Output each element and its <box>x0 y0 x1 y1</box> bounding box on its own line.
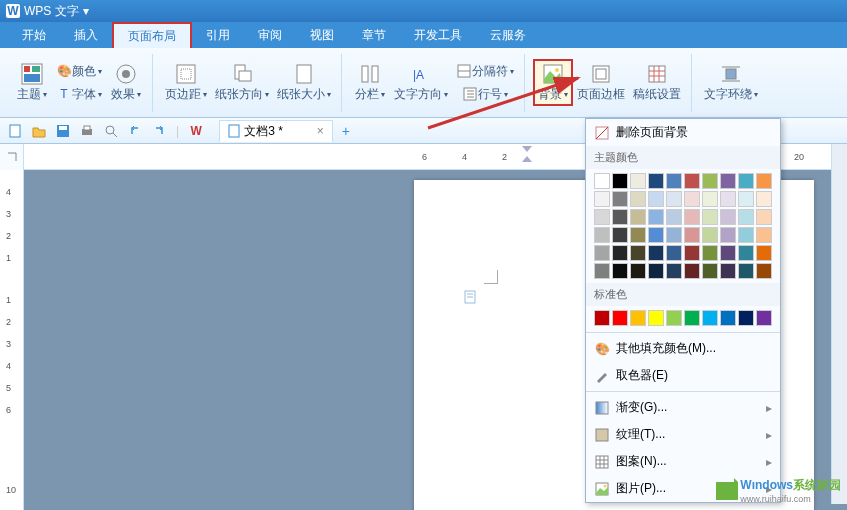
color-swatch[interactable] <box>720 310 736 326</box>
color-swatch[interactable] <box>684 263 700 279</box>
color-swatch[interactable] <box>612 191 628 207</box>
color-swatch[interactable] <box>756 245 772 261</box>
color-swatch[interactable] <box>630 191 646 207</box>
tab-devtools[interactable]: 开发工具 <box>400 22 476 48</box>
color-swatch[interactable] <box>756 310 772 326</box>
color-swatch[interactable] <box>702 310 718 326</box>
color-swatch[interactable] <box>720 209 736 225</box>
columns-button[interactable]: 分栏▾ <box>350 60 390 105</box>
eyedropper-item[interactable]: 取色器(E) <box>586 362 780 389</box>
color-swatch[interactable] <box>738 245 754 261</box>
color-swatch[interactable] <box>630 310 646 326</box>
color-swatch[interactable] <box>756 191 772 207</box>
color-swatch[interactable] <box>738 310 754 326</box>
remove-background-item[interactable]: 删除页面背景 <box>586 119 780 146</box>
color-swatch[interactable] <box>648 227 664 243</box>
color-swatch[interactable] <box>648 263 664 279</box>
vertical-ruler[interactable]: 4 3 2 1 1 2 3 4 5 6 10 <box>0 170 24 510</box>
color-swatch[interactable] <box>594 263 610 279</box>
theme-button[interactable]: 主题▾ <box>12 60 52 105</box>
color-swatch[interactable] <box>684 245 700 261</box>
margin-button[interactable]: 页边距▾ <box>161 60 211 105</box>
tab-section[interactable]: 章节 <box>348 22 400 48</box>
print-preview-button[interactable] <box>100 121 122 141</box>
texture-item[interactable]: 纹理(T)...▸ <box>586 421 780 448</box>
color-swatch[interactable] <box>594 245 610 261</box>
color-swatch[interactable] <box>594 310 610 326</box>
color-swatch[interactable] <box>648 209 664 225</box>
close-tab-button[interactable]: × <box>317 124 324 138</box>
color-swatch[interactable] <box>666 245 682 261</box>
color-swatch[interactable] <box>684 191 700 207</box>
app-menu-dropdown[interactable]: ▾ <box>83 4 89 18</box>
color-swatch[interactable] <box>756 173 772 189</box>
color-swatch[interactable] <box>684 173 700 189</box>
undo-button[interactable] <box>124 121 146 141</box>
color-swatch[interactable] <box>738 191 754 207</box>
color-swatch[interactable] <box>738 209 754 225</box>
pattern-item[interactable]: 图案(N)...▸ <box>586 448 780 475</box>
manuscript-button[interactable]: 稿纸设置 <box>629 60 685 105</box>
color-button[interactable]: 🎨颜色▾ <box>52 61 106 82</box>
save-button[interactable] <box>52 121 74 141</box>
color-swatch[interactable] <box>702 245 718 261</box>
line-number-button[interactable]: 行号▾ <box>452 84 518 105</box>
color-swatch[interactable] <box>756 263 772 279</box>
vertical-scrollbar[interactable] <box>831 144 847 504</box>
color-swatch[interactable] <box>630 227 646 243</box>
color-swatch[interactable] <box>612 263 628 279</box>
color-swatch[interactable] <box>612 209 628 225</box>
color-swatch[interactable] <box>684 227 700 243</box>
tab-review[interactable]: 审阅 <box>244 22 296 48</box>
more-fill-colors-item[interactable]: 🎨其他填充颜色(M)... <box>586 335 780 362</box>
color-swatch[interactable] <box>594 191 610 207</box>
gradient-item[interactable]: 渐变(G)...▸ <box>586 394 780 421</box>
color-swatch[interactable] <box>702 209 718 225</box>
color-swatch[interactable] <box>720 245 736 261</box>
color-swatch[interactable] <box>720 227 736 243</box>
font-button[interactable]: T字体▾ <box>52 84 106 105</box>
color-swatch[interactable] <box>666 310 682 326</box>
redo-button[interactable] <box>148 121 170 141</box>
color-swatch[interactable] <box>630 245 646 261</box>
color-swatch[interactable] <box>666 173 682 189</box>
color-swatch[interactable] <box>684 310 700 326</box>
color-swatch[interactable] <box>702 191 718 207</box>
color-swatch[interactable] <box>666 191 682 207</box>
tab-page-layout[interactable]: 页面布局 <box>112 22 192 48</box>
color-swatch[interactable] <box>738 173 754 189</box>
color-swatch[interactable] <box>594 173 610 189</box>
color-swatch[interactable] <box>594 227 610 243</box>
color-swatch[interactable] <box>702 263 718 279</box>
color-swatch[interactable] <box>630 209 646 225</box>
tab-view[interactable]: 视图 <box>296 22 348 48</box>
color-swatch[interactable] <box>612 310 628 326</box>
background-button[interactable]: 背景▾ <box>533 59 573 106</box>
color-swatch[interactable] <box>738 263 754 279</box>
color-swatch[interactable] <box>648 191 664 207</box>
document-tab[interactable]: 文档3 * × <box>219 120 333 142</box>
color-swatch[interactable] <box>594 209 610 225</box>
effect-button[interactable]: 效果▾ <box>106 60 146 105</box>
color-swatch[interactable] <box>630 173 646 189</box>
color-swatch[interactable] <box>666 227 682 243</box>
page-border-button[interactable]: 页面边框 <box>573 60 629 105</box>
color-swatch[interactable] <box>720 191 736 207</box>
color-swatch[interactable] <box>720 173 736 189</box>
tab-reference[interactable]: 引用 <box>192 22 244 48</box>
color-swatch[interactable] <box>684 209 700 225</box>
size-button[interactable]: 纸张大小▾ <box>273 60 335 105</box>
color-swatch[interactable] <box>648 245 664 261</box>
color-swatch[interactable] <box>738 227 754 243</box>
color-swatch[interactable] <box>756 227 772 243</box>
separator-button[interactable]: 分隔符▾ <box>452 61 518 82</box>
color-swatch[interactable] <box>756 209 772 225</box>
color-swatch[interactable] <box>666 263 682 279</box>
color-swatch[interactable] <box>612 227 628 243</box>
color-swatch[interactable] <box>666 209 682 225</box>
new-doc-button[interactable] <box>4 121 26 141</box>
color-swatch[interactable] <box>648 173 664 189</box>
new-tab-button[interactable]: + <box>335 121 357 141</box>
text-wrap-button[interactable]: 文字环绕▾ <box>700 60 762 105</box>
color-swatch[interactable] <box>702 227 718 243</box>
